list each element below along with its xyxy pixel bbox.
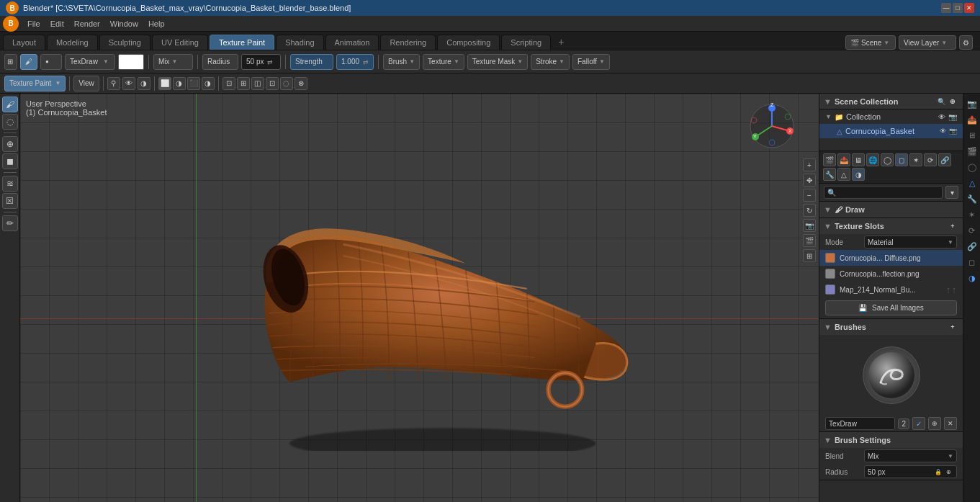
viewport-layers[interactable]: ⊞: [803, 249, 816, 262]
view-layer-selector[interactable]: View Layer ▼: [899, 35, 956, 50]
texture-slot-1[interactable]: Cornucopia... Diffuse.png: [819, 250, 963, 266]
props-collapse-all[interactable]: ▾: [945, 186, 958, 199]
fr-world-btn[interactable]: ◯: [965, 160, 979, 174]
fr-modifier-btn[interactable]: 🔧: [965, 192, 979, 206]
fr-render-btn[interactable]: 📷: [965, 97, 979, 111]
fr-view-btn[interactable]: 🖥: [965, 128, 979, 143]
prop-icon-data[interactable]: △: [837, 168, 850, 181]
add-brush-btn[interactable]: +: [947, 321, 958, 333]
tab-scripting[interactable]: Scripting: [501, 35, 551, 50]
radius-lock-icon[interactable]: 🔒: [933, 467, 943, 477]
brush-icon-button[interactable]: 🖌: [20, 54, 37, 70]
context-switcher[interactable]: ⊞: [4, 54, 17, 70]
brush-settings-header[interactable]: ▼ Brush Settings: [819, 432, 963, 448]
close-button[interactable]: ✕: [964, 3, 974, 13]
radius-value-input[interactable]: 50 px ⇄: [241, 54, 281, 70]
mode-dropdown[interactable]: Material ▼: [864, 236, 957, 248]
fr-output-btn[interactable]: 📤: [965, 112, 979, 127]
falloff-dropdown[interactable]: Falloff ▼: [572, 54, 610, 70]
tab-rendering[interactable]: Rendering: [380, 35, 436, 50]
menu-file[interactable]: File: [23, 18, 45, 30]
viewport[interactable]: User Perspective (1) Cornucopia_Basket: [20, 94, 819, 502]
viewport-render[interactable]: 🎬: [803, 234, 816, 247]
texture-mask-dropdown[interactable]: Texture Mask ▼: [467, 54, 528, 70]
prop-icon-modifiers[interactable]: 🔧: [823, 168, 836, 181]
menu-help[interactable]: Help: [144, 18, 169, 30]
object-render-icon[interactable]: 📷: [949, 127, 957, 135]
prop-icon-output[interactable]: 📤: [837, 153, 850, 166]
draw-tool[interactable]: 🖌: [2, 97, 18, 112]
fr-material-btn[interactable]: ◑: [965, 271, 979, 285]
overlay-btn-2[interactable]: 👁: [122, 77, 135, 90]
tab-texture-paint[interactable]: Texture Paint: [210, 35, 274, 50]
viewport-camera[interactable]: 📷: [803, 219, 816, 232]
minimize-button[interactable]: —: [941, 3, 951, 13]
outliner-object[interactable]: △ Cornucopia_Basket 👁 📷: [819, 124, 963, 138]
brush-name-button[interactable]: TexDraw ▼: [65, 54, 115, 70]
viewport-extra-6[interactable]: ⊗: [295, 77, 307, 90]
fr-object-btn[interactable]: △: [965, 176, 979, 190]
mask-tool[interactable]: ☒: [2, 193, 18, 209]
tab-uv-editing[interactable]: UV Editing: [152, 35, 208, 50]
texture-slot-3[interactable]: Map_214_Normal_Bu... ⋮⋮: [819, 282, 963, 297]
blender-logo-icon[interactable]: B: [3, 16, 19, 32]
soften-tool[interactable]: ◌: [2, 114, 18, 130]
viewport-zoom-in[interactable]: +: [803, 158, 816, 171]
prop-icon-scene[interactable]: 🌐: [866, 153, 879, 166]
tab-compositing[interactable]: Compositing: [437, 35, 500, 50]
texture-slot-2[interactable]: Cornucopia...flection.png: [819, 266, 963, 282]
brush-mode-button[interactable]: ●: [40, 54, 62, 70]
tab-modeling[interactable]: Modeling: [47, 35, 98, 50]
fr-physics-btn[interactable]: ⟳: [965, 223, 979, 238]
prop-icon-material[interactable]: ◑: [852, 168, 865, 181]
annotate-tool[interactable]: ✏: [2, 215, 18, 231]
radius-copy-icon[interactable]: ⊕: [943, 467, 953, 477]
tab-shading[interactable]: Shading: [276, 35, 323, 50]
texture-slots-header[interactable]: ▼ Texture Slots +: [819, 218, 963, 234]
scene-selector[interactable]: 🎬 Scene ▼: [845, 35, 896, 50]
scene-collection-header[interactable]: ▼ Scene Collection 🔍 ⊕: [819, 94, 963, 109]
smear-tool[interactable]: ≋: [2, 176, 18, 192]
props-search-input[interactable]: 🔍: [824, 186, 943, 199]
brush-copy-btn[interactable]: ⊕: [928, 417, 941, 430]
viewport-shading-eevee[interactable]: ◑: [202, 77, 215, 90]
brushes-section-header[interactable]: ▼ Brushes +: [819, 319, 963, 335]
outliner-filter-btn[interactable]: 🔍: [935, 96, 947, 107]
viewport-rotate[interactable]: ↻: [803, 204, 816, 217]
blend-dropdown[interactable]: Mix ▼: [864, 449, 957, 462]
prop-icon-constraints[interactable]: 🔗: [938, 153, 951, 166]
viewport-shading-rendered[interactable]: ⬛: [187, 77, 200, 90]
tab-animation[interactable]: Animation: [325, 35, 379, 50]
fr-data-btn[interactable]: ◻: [965, 255, 979, 269]
strength-label-btn[interactable]: Strength: [290, 54, 333, 70]
menu-window[interactable]: Window: [106, 18, 143, 30]
prop-icon-object[interactable]: ◻: [895, 153, 908, 166]
fr-particles-btn[interactable]: ✶: [965, 207, 979, 222]
add-texture-slot-btn[interactable]: +: [947, 220, 958, 232]
texture-dropdown[interactable]: Texture ▼: [423, 54, 464, 70]
viewport-extra-3[interactable]: ◫: [251, 77, 264, 90]
draw-section-header[interactable]: ▼ 🖌 Draw: [819, 202, 963, 218]
brush-name-input[interactable]: TexDraw: [825, 417, 895, 430]
clone-tool[interactable]: ⊕: [2, 136, 18, 152]
tab-layout[interactable]: Layout: [3, 35, 45, 50]
texture-paint-submode-btn[interactable]: Texture Paint ▼: [4, 76, 66, 91]
view-menu-btn[interactable]: View: [73, 76, 99, 91]
add-workspace-button[interactable]: +: [552, 34, 570, 50]
viewport-pan[interactable]: ✥: [803, 174, 816, 187]
brush-dropdown[interactable]: Brush ▼: [383, 54, 420, 70]
viewport-extra-2[interactable]: ⊞: [237, 77, 250, 90]
brush-apply-btn[interactable]: ✓: [912, 417, 925, 430]
menu-render[interactable]: Render: [70, 18, 104, 30]
radius-label-btn[interactable]: Radius: [202, 54, 238, 70]
viewport-extra-5[interactable]: ◌: [280, 77, 293, 90]
fr-scene-btn[interactable]: 🎬: [965, 144, 979, 158]
stroke-dropdown[interactable]: Stroke ▼: [531, 54, 570, 70]
color-swatch[interactable]: [118, 54, 144, 70]
save-all-images-btn[interactable]: 💾 Save All Images: [825, 300, 957, 315]
overlay-btn-3[interactable]: ◑: [138, 77, 150, 90]
tab-sculpting[interactable]: Sculpting: [99, 35, 150, 50]
orientation-gizmo[interactable]: Z X Y: [747, 101, 797, 151]
outliner-add-btn[interactable]: ⊕: [947, 96, 958, 107]
collection-render-icon[interactable]: 📷: [948, 113, 957, 121]
